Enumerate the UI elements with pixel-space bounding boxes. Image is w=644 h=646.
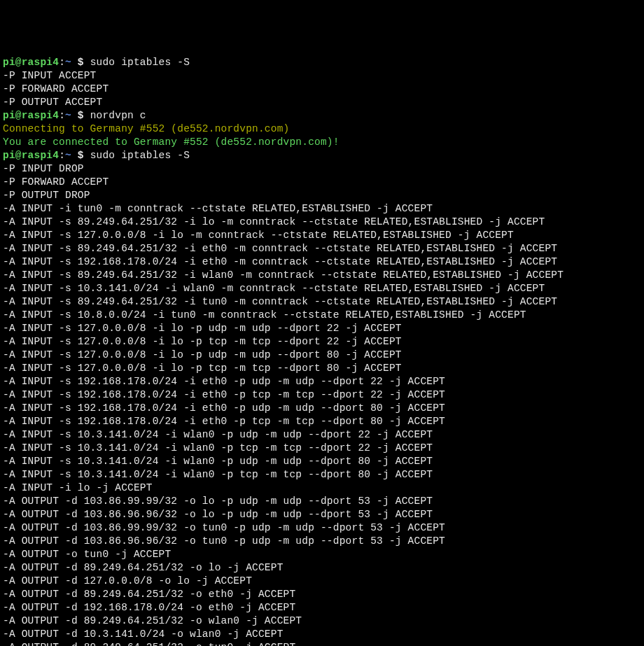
terminal-line: -A OUTPUT -d 103.86.96.96/32 -o tun0 -p … bbox=[3, 535, 641, 548]
terminal-line: -A INPUT -s 127.0.0.0/8 -i lo -p tcp -m … bbox=[3, 335, 641, 349]
terminal-line: Connecting to Germany #552 (de552.nordvp… bbox=[3, 122, 641, 136]
terminal-line: -A OUTPUT -d 127.0.0.0/8 -o lo -j ACCEPT bbox=[3, 575, 641, 588]
terminal-line: -A INPUT -i tun0 -m conntrack --ctstate … bbox=[3, 202, 641, 216]
terminal-line: -A INPUT -s 89.249.64.251/32 -i wlan0 -m… bbox=[3, 269, 641, 282]
prompt-cwd: ~ bbox=[65, 57, 71, 68]
terminal-line: -P INPUT DROP bbox=[3, 162, 641, 176]
prompt-symbol: $ bbox=[71, 57, 90, 68]
terminal-line: -A INPUT -s 10.3.141.0/24 -i wlan0 -p ud… bbox=[3, 455, 641, 468]
terminal-line: -A INPUT -s 127.0.0.0/8 -i lo -p udp -m … bbox=[3, 322, 641, 335]
prompt-cwd: ~ bbox=[65, 150, 71, 161]
terminal-line: -A OUTPUT -d 103.86.99.99/32 -o lo -p ud… bbox=[3, 495, 641, 508]
terminal-line: -A OUTPUT -d 10.3.141.0/24 -o wlan0 -j A… bbox=[3, 628, 641, 641]
prompt-user-host: pi@raspi4 bbox=[3, 57, 59, 68]
prompt-cwd: ~ bbox=[65, 110, 71, 121]
prompt-sep: : bbox=[59, 57, 65, 68]
prompt-symbol: $ bbox=[71, 110, 90, 121]
terminal-line: -A OUTPUT -d 103.86.99.99/32 -o tun0 -p … bbox=[3, 521, 641, 535]
terminal-line: -A INPUT -s 192.168.178.0/24 -i eth0 -p … bbox=[3, 375, 641, 388]
terminal-line: -A OUTPUT -o tun0 -j ACCEPT bbox=[3, 548, 641, 561]
terminal-line: -A OUTPUT -d 89.249.64.251/32 -o wlan0 -… bbox=[3, 615, 641, 628]
terminal-line: -A INPUT -s 10.3.141.0/24 -i wlan0 -p tc… bbox=[3, 468, 641, 482]
prompt-sep: : bbox=[59, 110, 65, 121]
terminal-line: -A INPUT -s 192.168.178.0/24 -i eth0 -p … bbox=[3, 388, 641, 402]
terminal-line: -A OUTPUT -d 89.249.64.251/32 -o lo -j A… bbox=[3, 561, 641, 575]
terminal-line: -A OUTPUT -d 89.249.64.251/32 -o eth0 -j… bbox=[3, 588, 641, 601]
terminal-line: -A OUTPUT -d 192.168.178.0/24 -o eth0 -j… bbox=[3, 601, 641, 615]
terminal-line: -A INPUT -s 89.249.64.251/32 -i lo -m co… bbox=[3, 216, 641, 229]
terminal-line: -P FORWARD ACCEPT bbox=[3, 176, 641, 189]
terminal-line: -A INPUT -s 192.168.178.0/24 -i eth0 -p … bbox=[3, 402, 641, 415]
prompt-user-host: pi@raspi4 bbox=[3, 150, 59, 161]
prompt-sep: : bbox=[59, 150, 65, 161]
prompt-symbol: $ bbox=[71, 150, 90, 161]
terminal-line: -A INPUT -s 10.3.141.0/24 -i wlan0 -m co… bbox=[3, 282, 641, 295]
terminal-line: -A OUTPUT -d 89.249.64.251/32 -o tun0 -j… bbox=[3, 641, 641, 646]
terminal-line: -P FORWARD ACCEPT bbox=[3, 83, 641, 96]
command-text: sudo iptables -S bbox=[90, 57, 190, 68]
command-text: sudo iptables -S bbox=[90, 150, 190, 161]
terminal-line: -A INPUT -s 89.249.64.251/32 -i eth0 -m … bbox=[3, 242, 641, 255]
terminal-line: -P OUTPUT DROP bbox=[3, 189, 641, 202]
terminal-line: -A INPUT -s 10.3.141.0/24 -i wlan0 -p tc… bbox=[3, 442, 641, 455]
terminal-line: -A INPUT -s 10.8.0.0/24 -i tun0 -m connt… bbox=[3, 309, 641, 322]
terminal-line: -P OUTPUT ACCEPT bbox=[3, 96, 641, 109]
terminal-line: -A INPUT -s 89.249.64.251/32 -i tun0 -m … bbox=[3, 295, 641, 309]
terminal-line: -A INPUT -s 10.3.141.0/24 -i wlan0 -p ud… bbox=[3, 428, 641, 442]
command-text: nordvpn c bbox=[90, 110, 146, 121]
terminal-line: -A INPUT -s 192.168.178.0/24 -i eth0 -m … bbox=[3, 255, 641, 269]
terminal-line: -A INPUT -s 127.0.0.0/8 -i lo -m conntra… bbox=[3, 229, 641, 242]
terminal-line: pi@raspi4:~ $ nordvpn c bbox=[3, 109, 641, 122]
prompt-user-host: pi@raspi4 bbox=[3, 110, 59, 121]
terminal-line: -A INPUT -i lo -j ACCEPT bbox=[3, 482, 641, 495]
terminal-line: -A INPUT -s 127.0.0.0/8 -i lo -p tcp -m … bbox=[3, 362, 641, 375]
terminal-line: pi@raspi4:~ $ sudo iptables -S bbox=[3, 56, 641, 69]
terminal-line: -P INPUT ACCEPT bbox=[3, 69, 641, 83]
terminal-output[interactable]: pi@raspi4:~ $ sudo iptables -S-P INPUT A… bbox=[3, 56, 641, 646]
terminal-line: -A OUTPUT -d 103.86.96.96/32 -o lo -p ud… bbox=[3, 508, 641, 521]
terminal-line: -A INPUT -s 192.168.178.0/24 -i eth0 -p … bbox=[3, 415, 641, 428]
terminal-line: -A INPUT -s 127.0.0.0/8 -i lo -p udp -m … bbox=[3, 349, 641, 362]
terminal-line: pi@raspi4:~ $ sudo iptables -S bbox=[3, 149, 641, 162]
terminal-line: You are connected to Germany #552 (de552… bbox=[3, 136, 641, 149]
